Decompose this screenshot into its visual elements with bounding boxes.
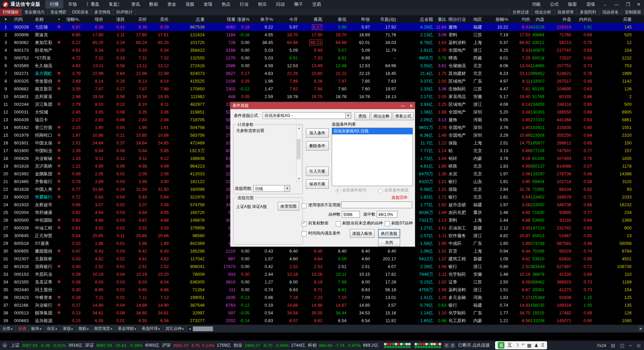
column-header-细分行业[interactable]: 细分行业 bbox=[446, 16, 471, 23]
toolbar-tab-DDE排名[interactable]: DDE排名 bbox=[69, 9, 92, 16]
menu-item-市场[interactable]: 市场 bbox=[63, 0, 82, 8]
column-header-内外比[interactable]: 内外比 bbox=[571, 16, 592, 23]
table-row[interactable]: 33000153丰原药业0.3910.190.0410.1910.2078009… bbox=[0, 270, 644, 278]
import-plan-button[interactable]: 引入方案 bbox=[306, 167, 329, 176]
execute-pick-button[interactable]: 执行选股 bbox=[378, 229, 400, 238]
badge[interactable]: 0 bbox=[444, 343, 449, 348]
column-header-涨跌[interactable]: 涨跌 bbox=[103, 16, 125, 23]
column-header-量比[interactable]: 量比 bbox=[433, 16, 446, 23]
column-header-最低[interactable]: 最低 bbox=[322, 16, 346, 23]
ime-item[interactable]: ▦ bbox=[527, 343, 531, 348]
column-header-名称[interactable]: 名称 bbox=[33, 16, 56, 23]
bottom-tab-期货现货[interactable]: 期货现货▲ bbox=[92, 325, 116, 333]
badge[interactable]: 0 bbox=[450, 343, 455, 348]
table-row[interactable]: 8600325华发股份R3.698.140.298.138.1441552521… bbox=[0, 77, 644, 85]
table-row[interactable]: 4600173卧龙地产4.915.340.255.335.34358422316… bbox=[0, 46, 644, 54]
sogou-icon[interactable]: S bbox=[498, 342, 504, 349]
table-row[interactable]: 6603569长久物流4.6313.110.5813.1113.12272416… bbox=[0, 62, 644, 70]
ime-item[interactable]: ⠿ bbox=[541, 343, 544, 348]
column-header-内盘[interactable]: 内盘 bbox=[530, 16, 544, 23]
connection-status-icon[interactable]: ∨ bbox=[2, 343, 7, 348]
column-header-代码[interactable]: 代码 bbox=[11, 16, 33, 23]
toolbar-tab-SUP统计[interactable]: SUP统计 bbox=[113, 9, 136, 16]
menu-item-热点[interactable]: 热点 bbox=[217, 0, 235, 8]
column-header-最高[interactable]: 最高 bbox=[298, 16, 322, 23]
find-button[interactable]: 查找 bbox=[355, 112, 370, 120]
checkbox-st[interactable]: 剔除ST品种 bbox=[385, 220, 413, 226]
menu-item-复盘〗[interactable]: 复盘〗 bbox=[104, 0, 126, 8]
bottom-tab-分类[interactable]: 分类▲ bbox=[0, 325, 16, 333]
column-header-涨速%[interactable]: 涨速% bbox=[235, 16, 250, 23]
table-row[interactable]: 37601166兴业银行R0.2714.890.0414.8914.903875… bbox=[0, 301, 644, 309]
column-header-买价[interactable]: 买价 bbox=[125, 16, 147, 23]
radio-all-or[interactable]: 全部条件相或 bbox=[378, 187, 409, 193]
column-header-市盈(动)[interactable]: 市盈(动) bbox=[370, 16, 396, 23]
scroll-right-icon[interactable]: ▶ bbox=[639, 326, 643, 331]
checkbox-no-trade[interactable]: 剔除当前未交易的品种 bbox=[336, 220, 383, 226]
table-row[interactable]: 9600682南京新百R3.557.870.277.877.8817085023… bbox=[0, 85, 644, 93]
column-header-均价[interactable]: 均价 bbox=[508, 16, 530, 23]
menu-item-选股[interactable]: 选股 bbox=[181, 0, 199, 8]
column-header-今开[interactable]: 今开 bbox=[273, 16, 298, 23]
menu-item-发现[interactable]: 发现 bbox=[199, 0, 217, 8]
scroll-left-icon[interactable]: ◀ bbox=[187, 326, 192, 332]
dialog-titlebar[interactable]: 条件选股 — ✕ bbox=[230, 102, 415, 109]
toolbar-tab-资金驱动力[interactable]: 资金驱动力 bbox=[22, 9, 48, 16]
tab-scrollbar[interactable]: ◀ bbox=[187, 326, 213, 332]
menu-item-行情[interactable]: 行情 bbox=[45, 0, 63, 8]
keyboard-icon[interactable]: ▤ bbox=[611, 343, 615, 348]
menu-item-圈子[interactable]: 圈子 bbox=[289, 0, 308, 8]
menu-item-前沿[interactable]: 前沿 bbox=[253, 0, 271, 8]
ime-item[interactable]: 五 bbox=[507, 342, 512, 348]
toolbar-link-定制版面[interactable]: 定制版面 bbox=[622, 9, 644, 16]
table-row[interactable]: 30600655豫园股份R0.476.430.036.426.431652981… bbox=[0, 247, 644, 255]
table-row[interactable]: 39000683远兴能源0.156.550.016.556.5627327722… bbox=[0, 317, 644, 324]
ime-item[interactable]: ♟ bbox=[534, 343, 538, 348]
table-row[interactable]: 5000752*ST西发4.727.320.337.317.3213255512… bbox=[0, 54, 644, 62]
antenna-icon[interactable]: ⌁ bbox=[629, 343, 632, 348]
bottom-tab-板块[interactable]: 板块▲ bbox=[29, 325, 45, 333]
message-badges[interactable]: 00 bbox=[444, 343, 456, 348]
table-row[interactable]: 31002307北新路桥0.434.620.024.614.6211704268… bbox=[0, 255, 644, 263]
updown-period-input[interactable] bbox=[341, 202, 412, 208]
column-header-地区[interactable]: 地区 bbox=[471, 16, 493, 23]
bottom-tab-美股环球[interactable]: 美股环球▲ bbox=[139, 325, 163, 333]
table-row[interactable]: 32601916浙商银行R0.402.520.012.512.529060411… bbox=[0, 263, 644, 270]
menu-item-行业[interactable]: 行业 bbox=[235, 0, 253, 8]
toolbar-link-综合排名[interactable]: 综合排名 bbox=[599, 9, 622, 16]
column-header-总金额[interactable]: 总金额 bbox=[396, 16, 433, 23]
toolbar-tab-资金博弈[interactable]: 资金博弈 bbox=[48, 9, 69, 16]
toolbar-link-多股同列[interactable]: 多股同列 bbox=[577, 9, 599, 16]
table-row[interactable]: 36002423中粮资本R0.287.110.027.117.121990511… bbox=[0, 294, 644, 301]
menu-item-版面[interactable]: 版面 bbox=[564, 0, 582, 8]
toolbar-link-自选管理[interactable]: 自选管理 bbox=[554, 9, 577, 16]
menu-item-〖看盘[interactable]: 〖看盘 bbox=[82, 0, 104, 8]
ime-item[interactable]: °′ bbox=[522, 343, 524, 348]
connection-text[interactable]: 已断开,点此连接 bbox=[458, 342, 490, 348]
column-header-现量[interactable]: 现量 bbox=[205, 16, 235, 23]
index-沪深[interactable]: 沪深3581.074.750.13%1759亿 bbox=[162, 342, 231, 348]
checkbox-updown-period[interactable]: 使用涨跌不定周期 bbox=[302, 202, 340, 208]
power-icon[interactable]: ◎ bbox=[637, 343, 641, 348]
restore-icon[interactable]: ❐ bbox=[623, 1, 634, 8]
column-filter-icon[interactable]: ▼ bbox=[0, 16, 11, 23]
usage-note-button[interactable]: 用法注释 bbox=[371, 112, 392, 120]
index-科创[interactable]: 科创884.89-7.74-0.87%669.2亿 bbox=[308, 342, 378, 348]
menu-item-公式[interactable]: 公式 bbox=[545, 0, 564, 8]
pick-to-block-button[interactable]: 选股入板块 bbox=[350, 229, 375, 238]
chevron-down-icon[interactable]: ▼ bbox=[284, 185, 290, 191]
radio-all-and[interactable]: 全部条件相与 bbox=[336, 187, 366, 193]
condition-list-item[interactable]: 启动决策线XG 日线 bbox=[332, 128, 413, 134]
save-plan-button[interactable]: 保存方案 bbox=[306, 179, 329, 189]
bottom-tab-期权[interactable]: 期权▲ bbox=[76, 325, 92, 333]
bottom-tab-港股[interactable]: 港股▲ bbox=[60, 325, 76, 333]
column-header-涨幅%[interactable]: 涨幅%↓ bbox=[62, 16, 80, 23]
table-row[interactable]: 3603062麦加芯彩R5.2265.253.2465.2465.2510172… bbox=[0, 39, 644, 46]
index-创业[interactable]: 创业1984.27-8.70-0.44%2744亿 bbox=[233, 342, 305, 348]
table-row[interactable]: 10603801志邦家居2.9819.340.5619.3419.3511196… bbox=[0, 93, 644, 100]
table-row[interactable]: 38000513丽珠集团R0.2334.610.0834.6034.613299… bbox=[0, 309, 644, 317]
dialog-minimize-icon[interactable]: — bbox=[401, 103, 405, 108]
table-row[interactable]: 34601555东吴证券R0.388.030.038.038.046363053… bbox=[0, 278, 644, 286]
menu-item-资讯[interactable]: 资讯 bbox=[126, 0, 145, 8]
checkbox-fuquan[interactable]: 前复权数据 bbox=[302, 220, 328, 226]
